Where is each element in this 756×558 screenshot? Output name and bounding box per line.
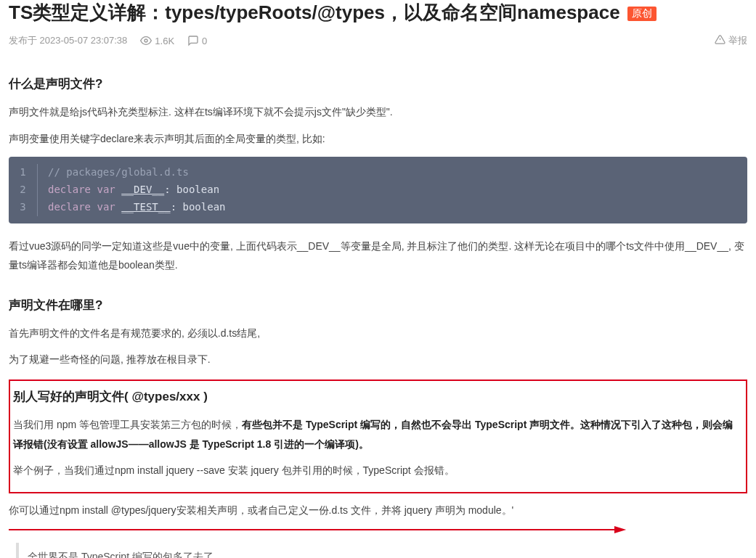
para-filename-rule: 首先声明文件的文件名是有规范要求的, 必须以.d.ts结尾, — [9, 324, 747, 343]
view-count-value: 1.6K — [155, 36, 174, 46]
para-declare-keyword: 声明变量使用关键字declare来表示声明其后面的全局变量的类型, 比如: — [9, 129, 747, 149]
line-number: 3 — [9, 199, 38, 216]
report-button[interactable]: 举报 — [715, 34, 747, 47]
line-number: 1 — [9, 164, 38, 181]
para-root-recommend: 为了规避一些奇怪的问题, 推荐放在根目录下. — [9, 350, 747, 369]
publish-time: 发布于 2023-05-07 23:07:38 — [9, 34, 127, 47]
comment-count[interactable]: 0 — [187, 35, 207, 46]
para-declaration-desc: 声明文件就是给js代码补充类型标注. 这样在ts编译环境下就不会提示js文件"缺… — [9, 102, 747, 122]
svg-marker-4 — [614, 526, 626, 533]
para-install-types-jquery: 你可以通过npm install @types/jquery安装相关声明，或者自… — [9, 501, 747, 520]
heading-types-xxx: 别人写好的声明文件( @types/xxx ) — [13, 388, 743, 405]
code-text: declare var __TEST__: boolean — [48, 199, 226, 216]
meta-bar: 发布于 2023-05-07 23:07:38 1.6K 0 举报 — [9, 34, 747, 54]
code-text: declare var __DEV__: boolean — [48, 181, 219, 199]
code-line: 3 declare var __TEST__: boolean — [9, 199, 747, 216]
heading-what-is-declaration: 什么是声明文件? — [9, 75, 747, 92]
code-text: // packages/global.d.ts — [48, 164, 189, 181]
para-npm-install: 当我们用 npm 等包管理工具安装第三方包的时候，有些包并不是 TypeScri… — [13, 415, 743, 454]
quote-line: 全世界不是 TypeScript 编写的包多了去了。 — [28, 547, 739, 558]
original-badge: 原创 — [627, 7, 657, 21]
para-vue3-note: 看过vue3源码的同学一定知道这些是vue中的变量, 上面代码表示__DEV__… — [9, 237, 747, 275]
comment-count-value: 0 — [202, 36, 207, 46]
code-line: 2 declare var __DEV__: boolean — [9, 181, 747, 199]
view-count: 1.6K — [140, 35, 174, 46]
code-block: 1 // packages/global.d.ts 2 declare var … — [9, 157, 747, 223]
red-arrow-annotation — [9, 524, 747, 538]
para-jquery-example: 举个例子，当我们通过npm install jquery --save 安装 j… — [13, 461, 743, 480]
blockquote: 全世界不是 TypeScript 编写的包多了去了。 在 TypeScript … — [16, 543, 747, 558]
highlighted-section: 别人写好的声明文件( @types/xxx ) 当我们用 npm 等包管理工具安… — [9, 379, 747, 493]
article-title: TS类型定义详解：types/typeRoots/@types，以及命名空间na… — [9, 1, 620, 23]
warning-icon — [715, 34, 725, 47]
heading-where-declaration: 声明文件在哪里? — [9, 297, 747, 313]
comment-icon — [187, 35, 199, 46]
code-line: 1 // packages/global.d.ts — [9, 164, 747, 181]
line-number: 2 — [9, 181, 38, 199]
report-label: 举报 — [728, 34, 747, 47]
eye-icon — [140, 35, 152, 46]
svg-point-0 — [145, 39, 147, 42]
